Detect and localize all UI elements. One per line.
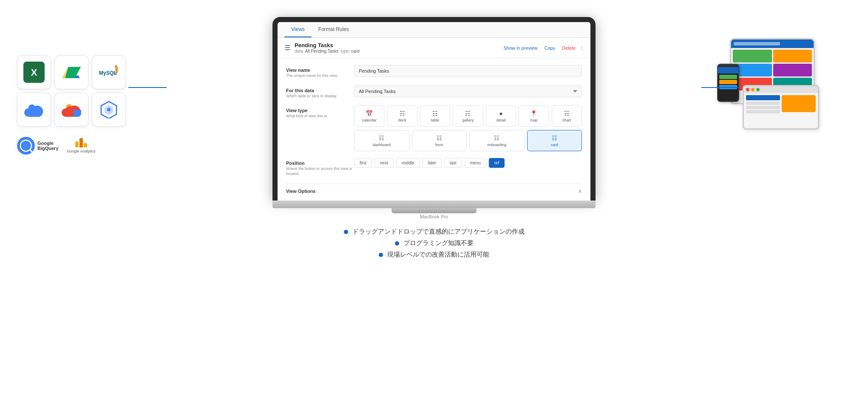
view-name-control [354, 65, 582, 77]
icon-box-drive [54, 55, 88, 89]
bullet-dot-3 [379, 253, 383, 257]
view-name-label: View name [286, 68, 354, 73]
position-sublabel: Where the button to access this view is … [286, 167, 354, 176]
pos-last[interactable]: last [444, 158, 462, 168]
for-data-sublabel: Which table or slice to display. [286, 94, 354, 99]
svg-point-3 [107, 108, 111, 111]
form-label: form [435, 143, 443, 147]
svg-text:MySQL: MySQL [99, 70, 116, 76]
phone-device [717, 64, 739, 102]
pos-first[interactable]: first [354, 158, 372, 168]
laptop-base [272, 200, 596, 208]
pos-menu[interactable]: menu [465, 158, 486, 168]
show-preview-button[interactable]: Show in preview [502, 45, 539, 51]
bullet-text-2: プログラミング知識不要 [403, 239, 474, 247]
icon-box-cloud-blue [17, 93, 51, 127]
tab-views[interactable]: Views [284, 22, 312, 37]
view-name-input[interactable] [354, 65, 582, 77]
icon-box-cloud-color [54, 93, 88, 127]
view-type-label-block: View type What kind of view this is. [286, 105, 354, 119]
right-devices-panel [717, 38, 845, 132]
dashboard-icon: ☷ [379, 135, 384, 141]
excel-icon: X [23, 62, 45, 83]
pos-middle[interactable]: middle [396, 158, 420, 168]
for-data-label: For this data [286, 88, 354, 93]
table-label: table [431, 118, 440, 122]
view-type-detail[interactable]: ● detail [486, 105, 516, 127]
table-icon: ☷ [432, 110, 438, 117]
analytics-icon [75, 138, 87, 147]
analytics-logo: Google Analytics [67, 138, 96, 153]
view-type-calendar[interactable]: 📅 calendar [354, 105, 384, 127]
calendar-label: calendar [362, 118, 377, 122]
view-meta-data: All Pending Tasks [305, 49, 338, 54]
view-meta: data: All Pending Tasks type: card [295, 49, 502, 54]
bullet-dot-2 [395, 241, 399, 246]
pos-later[interactable]: later [422, 158, 441, 168]
hex-icon [98, 99, 119, 120]
connector-right [701, 87, 740, 88]
tablet-landscape [743, 85, 819, 130]
position-control: first next middle later last menu ref [354, 158, 582, 168]
view-type-row: View type What kind of view this is. 📅 c… [286, 105, 582, 151]
svg-text:X: X [31, 67, 37, 78]
view-type-chart[interactable]: ☷ chart [552, 105, 582, 127]
view-type-form[interactable]: ☷ form [412, 130, 467, 151]
bigquery-text: Google BigQuery [37, 141, 59, 151]
dashboard-label: dashboard [372, 143, 391, 147]
bullet-text-1: ドラッグアンドドロップで直感的にアプリケーションの作成 [352, 228, 525, 236]
laptop-screen-inner: Views Format Rules ☰ Pending Tasks data:… [278, 22, 590, 200]
view-type-map[interactable]: 📍 map [519, 105, 549, 127]
view-meta-type: card [351, 49, 359, 54]
for-data-select[interactable]: All Pending Tasks [354, 85, 582, 97]
form-icon: ☷ [437, 135, 442, 141]
position-row: Position Where the button to access this… [286, 158, 582, 176]
view-name-sublabel: The unique name for this view. [286, 73, 354, 79]
left-icons-panel: X MySQL [17, 55, 126, 155]
view-type-dashboard[interactable]: ☷ dashboard [354, 130, 409, 151]
chart-icon: ☷ [564, 110, 570, 117]
position-label-block: Position Where the button to access this… [286, 158, 354, 176]
view-type-sublabel: What kind of view this is. [286, 114, 354, 119]
view-type-gallery[interactable]: ☷ gallery [453, 105, 483, 127]
view-type-onboarding[interactable]: ☷ onboarding [469, 130, 525, 151]
view-type-card[interactable]: ☷ card [527, 130, 582, 151]
pos-next[interactable]: next [374, 158, 394, 168]
pos-ref[interactable]: ref [489, 158, 505, 168]
for-data-control: All Pending Tasks [354, 85, 582, 97]
deck-label: deck [398, 118, 406, 122]
view-header-actions: Show in preview Copy Delete ↕ [502, 45, 584, 51]
view-type-control: 📅 calendar ☷ deck ☷ [354, 105, 582, 151]
devices-illustration [717, 38, 840, 132]
gallery-icon: ☷ [465, 110, 471, 117]
view-type-deck[interactable]: ☷ deck [387, 105, 417, 127]
deck-icon: ☷ [400, 110, 405, 117]
laptop-screen-outer: Views Format Rules ☰ Pending Tasks data:… [272, 17, 596, 200]
icon-box-hex [92, 93, 126, 127]
icon-grid-top: X MySQL [17, 55, 126, 127]
onboarding-icon: ☷ [494, 135, 499, 141]
reorder-icon[interactable]: ↕ [581, 45, 584, 51]
copy-button[interactable]: Copy [543, 45, 557, 51]
bigquery-logo: Google BigQuery [17, 137, 59, 155]
detail-label: detail [496, 118, 506, 122]
view-name-row: View name The unique name for this view. [286, 65, 582, 79]
for-data-label-block: For this data Which table or slice to di… [286, 85, 354, 99]
view-type-grid-row2: ☷ dashboard ☷ form ☷ [354, 130, 582, 151]
connector-left [128, 87, 167, 88]
tab-format-rules[interactable]: Format Rules [312, 22, 356, 37]
view-options-header[interactable]: View Options ∧ [286, 184, 582, 198]
drive-icon [62, 64, 81, 81]
view-type-table[interactable]: ☷ table [420, 105, 450, 127]
bullet-item-3: 現場レベルでの改善活動に活用可能 [379, 251, 489, 259]
gallery-label: gallery [462, 118, 474, 122]
app-tabs: Views Format Rules [278, 22, 590, 38]
bottom-logos: Google BigQuery Google Analytics [17, 137, 126, 155]
bullet-text-3: 現場レベルでの改善活動に活用可能 [387, 251, 489, 259]
delete-button[interactable]: Delete [560, 45, 577, 51]
card-label: card [550, 143, 558, 147]
laptop-section: X MySQL [0, 13, 868, 219]
analytics-label: Google Analytics [67, 149, 96, 153]
map-label: map [530, 118, 538, 122]
view-name-label-block: View name The unique name for this view. [286, 65, 354, 79]
